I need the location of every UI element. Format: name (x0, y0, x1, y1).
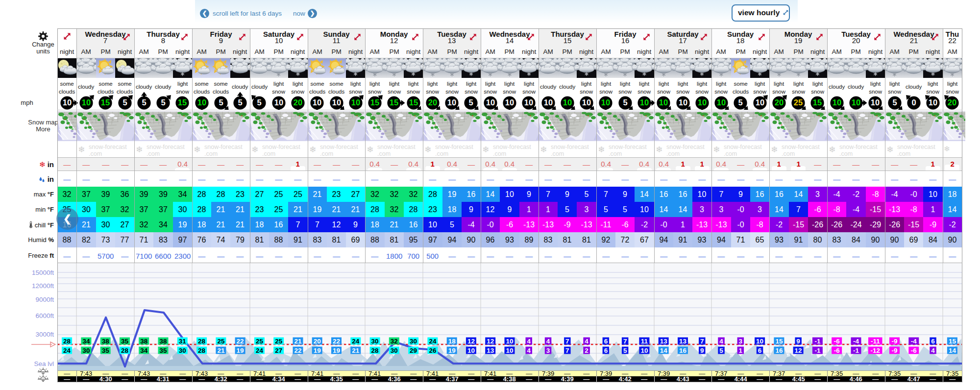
svg-text:29: 29 (410, 347, 417, 354)
svg-text:-12: -12 (871, 347, 881, 354)
svg-text:15: 15 (409, 98, 417, 107)
svg-text:10: 10 (582, 98, 591, 107)
svg-text:20: 20 (428, 98, 437, 107)
svg-text:-4: -4 (911, 338, 917, 345)
svg-text:7: 7 (700, 338, 704, 345)
svg-text:34: 34 (140, 347, 148, 354)
svg-text:10: 10 (505, 98, 514, 107)
svg-text:10: 10 (698, 98, 707, 107)
svg-text:38: 38 (102, 338, 110, 345)
svg-text:22: 22 (333, 338, 340, 345)
svg-text:5: 5 (719, 347, 723, 354)
svg-text:10: 10 (717, 98, 726, 107)
svg-text:10: 10 (659, 98, 668, 107)
svg-text:30: 30 (82, 347, 90, 354)
svg-text:21: 21 (294, 338, 302, 345)
svg-text:4: 4 (546, 338, 550, 345)
svg-text:3: 3 (546, 347, 550, 354)
svg-text:22: 22 (237, 338, 244, 345)
svg-text:14: 14 (949, 347, 956, 354)
svg-text:10: 10 (197, 98, 206, 107)
svg-text:6: 6 (604, 347, 608, 354)
svg-text:-6: -6 (834, 338, 840, 345)
svg-text:35: 35 (121, 338, 129, 345)
svg-text:10: 10 (82, 98, 91, 107)
svg-text:28: 28 (371, 347, 379, 354)
svg-text:15: 15 (370, 98, 379, 107)
svg-text:19: 19 (314, 347, 321, 354)
svg-text:4: 4 (585, 338, 588, 345)
svg-text:14: 14 (660, 347, 668, 354)
svg-text:4: 4 (527, 338, 531, 345)
svg-text:-1: -1 (814, 347, 820, 354)
svg-text:10: 10 (524, 98, 533, 107)
svg-text:10: 10 (506, 338, 513, 345)
svg-text:5: 5 (142, 98, 146, 107)
svg-text:-1: -1 (853, 347, 859, 354)
svg-text:10: 10 (506, 347, 513, 354)
svg-text:10: 10 (755, 98, 764, 107)
svg-text:10: 10 (833, 98, 841, 107)
svg-text:21: 21 (352, 347, 360, 354)
svg-text:10: 10 (274, 98, 283, 107)
svg-text:5: 5 (219, 98, 223, 107)
svg-text:22: 22 (294, 347, 301, 354)
svg-text:10: 10 (640, 347, 648, 354)
svg-text:9: 9 (700, 347, 704, 354)
svg-text:18: 18 (448, 338, 456, 345)
svg-text:30: 30 (391, 347, 398, 354)
svg-text:10: 10 (563, 98, 572, 107)
svg-text:27: 27 (275, 347, 282, 354)
svg-text:10: 10 (678, 98, 687, 107)
svg-text:4: 4 (931, 347, 935, 354)
svg-text:10: 10 (756, 338, 763, 345)
svg-text:2: 2 (585, 347, 588, 354)
svg-text:25: 25 (256, 338, 264, 345)
svg-text:28: 28 (198, 347, 206, 354)
svg-text:28: 28 (121, 347, 129, 354)
svg-text:30: 30 (410, 338, 417, 345)
svg-text:-6: -6 (834, 347, 840, 354)
svg-text:5: 5 (469, 98, 473, 107)
svg-text:10: 10 (467, 347, 475, 354)
svg-text:38: 38 (159, 338, 167, 345)
svg-text:19: 19 (237, 347, 244, 354)
svg-text:-11: -11 (871, 338, 880, 345)
svg-text:7: 7 (565, 338, 569, 345)
svg-text:10: 10 (332, 98, 341, 107)
svg-text:10: 10 (601, 98, 610, 107)
svg-text:16: 16 (775, 347, 783, 354)
svg-text:19: 19 (333, 347, 340, 354)
svg-text:20: 20 (314, 338, 321, 345)
svg-text:15: 15 (178, 98, 187, 107)
svg-text:5: 5 (238, 98, 243, 107)
svg-text:11: 11 (641, 338, 648, 345)
svg-text:10: 10 (313, 98, 321, 107)
svg-text:7: 7 (623, 338, 627, 345)
svg-text:5: 5 (738, 98, 743, 107)
svg-text:15: 15 (390, 98, 398, 107)
svg-text:-9: -9 (891, 338, 897, 345)
svg-text:5: 5 (257, 98, 262, 107)
svg-text:24: 24 (256, 347, 264, 354)
svg-text:30: 30 (371, 338, 379, 345)
svg-text:15: 15 (101, 98, 110, 107)
svg-text:10: 10 (640, 98, 649, 107)
svg-text:20: 20 (294, 98, 302, 107)
svg-text:10: 10 (447, 98, 456, 107)
svg-text:28: 28 (198, 338, 206, 345)
svg-text:5: 5 (122, 98, 127, 107)
svg-text:10: 10 (351, 98, 360, 107)
svg-text:30: 30 (179, 347, 186, 354)
svg-text:3: 3 (739, 338, 743, 345)
svg-text:31: 31 (179, 338, 187, 345)
svg-text:20: 20 (775, 98, 784, 107)
svg-text:6: 6 (604, 338, 608, 345)
svg-text:10: 10 (62, 98, 71, 107)
svg-text:9: 9 (796, 338, 800, 345)
svg-text:-4: -4 (853, 338, 859, 345)
svg-text:35: 35 (159, 347, 167, 354)
svg-text:13: 13 (660, 338, 668, 345)
svg-text:12: 12 (487, 338, 494, 345)
svg-text:0: 0 (911, 98, 916, 107)
